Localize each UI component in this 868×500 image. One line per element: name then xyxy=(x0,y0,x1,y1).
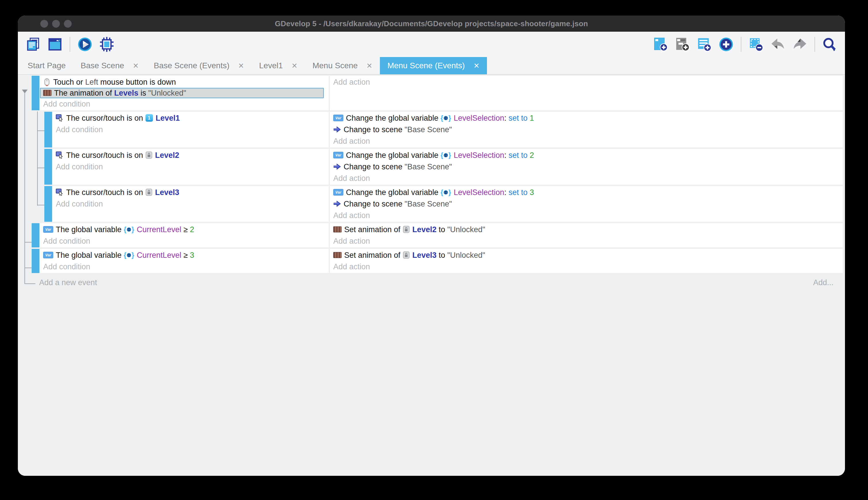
action-row[interactable]: Set animation of Level3 to "Unlocked" xyxy=(329,249,843,261)
event-highlight-bar[interactable] xyxy=(44,112,52,147)
level1-button-icon: 1 xyxy=(145,114,153,122)
global-variable-icon: {} xyxy=(441,189,451,196)
add-action-button[interactable]: Add action xyxy=(329,172,843,184)
events-footer: Add a new event Add... xyxy=(32,274,845,291)
add-more-button[interactable]: Add... xyxy=(813,274,833,291)
action-row[interactable]: VarChange the global variable {}LevelSel… xyxy=(329,186,843,198)
event-highlight-bar[interactable] xyxy=(44,186,52,222)
event-block: VarThe global variable {}CurrentLevel ≥ … xyxy=(32,223,845,247)
condition-row[interactable]: Touch or Left mouse button is down xyxy=(39,76,329,88)
tab-label: Start Page xyxy=(28,61,66,70)
variable-badge-icon: Var xyxy=(333,115,343,121)
condition-row[interactable]: The cursor/touch is on Level2 xyxy=(52,149,329,161)
condition-row[interactable]: The cursor/touch is on Level3 xyxy=(52,186,329,198)
close-icon[interactable]: ✕ xyxy=(133,62,139,69)
add-action-button[interactable]: Add action xyxy=(329,210,843,221)
close-icon[interactable]: ✕ xyxy=(366,62,372,69)
condition-row[interactable]: VarThe global variable {}CurrentLevel ≥ … xyxy=(39,249,329,261)
add-event-icon[interactable] xyxy=(653,37,668,52)
add-condition-button[interactable]: Add condition xyxy=(52,124,329,135)
tab-base-scene[interactable]: Base Scene✕ xyxy=(73,57,146,74)
event-highlight-bar[interactable] xyxy=(32,223,39,247)
add-action-button[interactable]: Add action xyxy=(329,76,843,88)
event-block: VarThe global variable {}CurrentLevel ≥ … xyxy=(32,249,845,273)
tab-start-page[interactable]: Start Page xyxy=(20,57,73,74)
redo-icon[interactable] xyxy=(792,37,808,52)
add-circle-icon[interactable] xyxy=(718,37,734,52)
add-condition-button[interactable]: Add condition xyxy=(52,161,329,172)
add-condition-button[interactable]: Add condition xyxy=(39,235,329,247)
actions-column: VarChange the global variable {}LevelSel… xyxy=(329,149,843,185)
add-action-button[interactable]: Add action xyxy=(329,135,843,147)
scene-arrow-icon xyxy=(333,201,341,207)
lock-icon xyxy=(145,151,153,159)
text-segment: ≥ xyxy=(181,251,190,260)
action-row[interactable]: Set animation of Level2 to "Unlocked" xyxy=(329,224,843,235)
animation-icon xyxy=(333,252,342,258)
action-row[interactable]: Change to scene "Base Scene" xyxy=(329,198,843,210)
text-segment: Set animation of xyxy=(344,251,403,260)
condition-row[interactable]: VarThe global variable {}CurrentLevel ≥ … xyxy=(39,224,329,235)
scene-arrow-icon xyxy=(333,163,341,170)
close-icon[interactable]: ✕ xyxy=(238,62,244,69)
actions-column: Set animation of Level3 to "Unlocked"Add… xyxy=(329,249,843,273)
global-variable-icon: {} xyxy=(441,152,451,159)
text-segment: The cursor/touch is on xyxy=(66,151,145,160)
close-icon[interactable]: ✕ xyxy=(292,62,297,69)
event-highlight-bar[interactable] xyxy=(44,149,52,185)
scene-arrow-icon xyxy=(333,126,341,133)
scene-editor-icon[interactable] xyxy=(47,37,63,52)
global-variable-icon: {} xyxy=(441,115,451,122)
action-row[interactable]: Change to scene "Base Scene" xyxy=(329,124,843,135)
window-controls xyxy=(40,15,72,32)
toolbar-divider xyxy=(814,37,815,52)
text-segment: Levels xyxy=(114,89,138,97)
add-condition-button[interactable]: Add condition xyxy=(39,98,329,110)
event-highlight-bar[interactable] xyxy=(32,249,39,273)
text-segment: Change to scene xyxy=(344,125,404,134)
add-new-event-button[interactable]: Add a new event xyxy=(39,278,97,287)
condition-row[interactable]: The cursor/touch is on 1Level1 xyxy=(52,112,329,124)
search-icon[interactable] xyxy=(822,37,837,52)
zoom-button[interactable] xyxy=(64,20,72,28)
tab-level1[interactable]: Level1✕ xyxy=(251,57,305,74)
variable-badge-icon: Var xyxy=(43,226,53,233)
tab-menu-scene-events[interactable]: Menu Scene (Events)✕ xyxy=(380,57,487,74)
text-segment: Change the global variable xyxy=(346,188,441,197)
add-condition-button[interactable]: Add condition xyxy=(39,261,329,272)
text-segment: : xyxy=(504,151,508,160)
tab-label: Menu Scene (Events) xyxy=(387,61,465,70)
event-highlight-bar[interactable] xyxy=(32,76,39,110)
add-action-button[interactable]: Add action xyxy=(329,261,843,272)
tab-menu-scene[interactable]: Menu Scene✕ xyxy=(305,57,380,74)
action-row[interactable]: VarChange the global variable {}LevelSel… xyxy=(329,112,843,124)
add-condition-button[interactable]: Add condition xyxy=(52,198,329,210)
text-segment: 2 xyxy=(190,225,194,234)
text-segment: Set animation of xyxy=(344,225,403,234)
variable-badge-icon: Var xyxy=(43,252,53,258)
debug-icon[interactable] xyxy=(99,37,115,52)
project-manager-icon[interactable] xyxy=(25,37,41,52)
delete-selection-icon[interactable] xyxy=(748,37,764,52)
text-segment: 3 xyxy=(190,251,194,260)
actions-column: Add action xyxy=(329,76,843,110)
text-segment: "Base Scene" xyxy=(404,162,452,171)
close-icon[interactable]: ✕ xyxy=(473,62,480,69)
events-sheet: Touch or Left mouse button is downThe an… xyxy=(18,75,845,476)
add-action-button[interactable]: Add action xyxy=(329,235,843,247)
undo-icon[interactable] xyxy=(770,37,786,52)
global-variable-icon: {} xyxy=(124,226,134,233)
close-button[interactable] xyxy=(40,20,48,28)
action-row[interactable]: VarChange the global variable {}LevelSel… xyxy=(329,149,843,161)
action-row[interactable]: Change to scene "Base Scene" xyxy=(329,161,843,172)
actions-column: VarChange the global variable {}LevelSel… xyxy=(329,186,843,222)
tab-label: Menu Scene xyxy=(313,61,358,70)
condition-row[interactable]: The animation of Levels is "Unlocked" xyxy=(40,88,324,98)
add-comment-icon[interactable] xyxy=(696,37,712,52)
minimize-button[interactable] xyxy=(52,20,60,28)
add-subevent-icon[interactable] xyxy=(675,37,690,52)
preview-play-icon[interactable] xyxy=(77,37,93,52)
tab-base-scene-events[interactable]: Base Scene (Events)✕ xyxy=(146,57,251,74)
text-segment: Change the global variable xyxy=(346,151,441,160)
text-segment: Change the global variable xyxy=(346,114,441,122)
